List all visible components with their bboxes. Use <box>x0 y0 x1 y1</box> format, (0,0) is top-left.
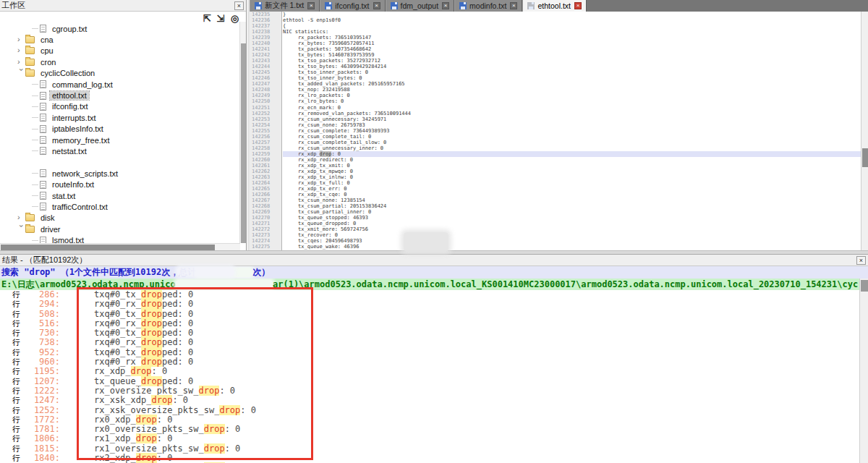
tree-guide-line <box>32 195 38 196</box>
tab-close-icon[interactable]: × <box>510 2 517 9</box>
tree-guide-line <box>32 140 38 140</box>
tree-vertical-scrollbar[interactable] <box>239 22 246 243</box>
tree-item-cna[interactable]: ›cna <box>0 34 239 45</box>
tree-item-network-scripts-txt[interactable]: network_scripts.txt <box>0 168 239 179</box>
folder-icon <box>25 69 35 77</box>
result-row[interactable]: 行1840:rx2_xdp_drop: 0 <box>0 454 859 463</box>
tab-close-icon[interactable]: × <box>442 2 449 9</box>
result-row[interactable]: 行1252:rx_xsk_oversize_pkts_sw_drop: 0 <box>0 406 859 415</box>
tab-label: fdm_output <box>401 1 439 10</box>
tree-item-lsmod-txt[interactable]: lsmod.txt <box>0 234 239 243</box>
tree-item-trafficcontrol-txt[interactable]: trafficControl.txt <box>0 201 239 212</box>
results-vertical-scrollbar[interactable] <box>859 279 868 463</box>
match-highlight: drop <box>136 433 157 443</box>
tree-horizontal-scrollbar[interactable] <box>0 243 240 250</box>
chevron-expanded-icon[interactable]: › <box>17 224 26 232</box>
editor-tab[interactable]: fdm_output× <box>386 0 455 12</box>
tree-guide-line <box>32 184 38 185</box>
line-number: 142251 <box>250 105 281 111</box>
result-row[interactable]: 行1195:rx_xdp_drop: 0 <box>0 367 859 376</box>
result-row[interactable]: 行516:rxq#0_rx_dropped: 0 <box>0 319 859 328</box>
match-highlight: drop <box>131 366 152 376</box>
code-line: tx_cqes: 204596498793 <box>283 238 861 244</box>
result-row[interactable]: 行1781:rx0_oversize_pkts_sw_drop: 0 <box>0 425 859 434</box>
tree-item-label: ethtool.txt <box>50 91 89 100</box>
tree-item-label: routeInfo.txt <box>50 180 96 189</box>
file-icon <box>40 25 46 33</box>
line-number: 142236 <box>250 17 281 23</box>
row-line-label: 行 <box>12 425 27 434</box>
line-number: 142238 <box>250 29 281 35</box>
line-number: 142252 <box>250 111 281 116</box>
tree-item-memory-free-txt[interactable]: memory_free.txt <box>0 135 239 145</box>
workspace-close-icon[interactable]: × <box>234 1 244 10</box>
result-row[interactable]: 行508:txq#0_tx_dropped: 0 <box>0 310 859 319</box>
tree-item-label: interrupts.txt <box>50 114 98 122</box>
scrollbar-thumb[interactable] <box>862 148 868 167</box>
tree-item-interrupts-txt[interactable]: interrupts.txt <box>0 112 239 123</box>
tree-item-iptablesinfo-txt[interactable]: iptablesInfo.txt <box>0 124 239 135</box>
result-row[interactable]: 行1247:rx_xsk_xdp_drop: 0 <box>0 396 859 405</box>
tree-item-driver[interactable]: ›driver <box>0 224 239 234</box>
result-row[interactable]: 行1207:tx_queue_dropped: 0 <box>0 377 859 386</box>
tree-item-ethtool-txt[interactable]: ethtool.txt <box>0 90 239 101</box>
scrollbar-thumb[interactable] <box>1 245 215 250</box>
tree-item-cron[interactable]: ›cron <box>0 56 239 67</box>
redaction-blur <box>176 280 273 289</box>
line-number: 142259 <box>250 151 281 157</box>
result-row[interactable]: 行1772:rx0_xdp_drop: 0 <box>0 415 859 425</box>
editor-tab[interactable]: ifconfig.txt× <box>320 0 385 12</box>
tree-item-routeinfo-txt[interactable]: routeInfo.txt <box>0 179 239 190</box>
chevron-collapsed-icon[interactable]: › <box>17 35 25 43</box>
chevron-collapsed-icon[interactable]: › <box>17 57 25 66</box>
result-row[interactable]: 行1222:rx_oversize_pkts_sw_drop: 0 <box>0 386 859 396</box>
tree-guide-line <box>32 173 38 174</box>
row-match-text: rxq#0_rx_dropped: 0 <box>94 319 193 328</box>
workspace-header: 工作区 × <box>0 0 246 12</box>
tab-close-icon[interactable]: × <box>574 2 582 9</box>
editor-tab[interactable]: ethtool.txt× <box>522 0 587 12</box>
line-number: 142246 <box>250 75 281 81</box>
tree-item-stat-txt[interactable]: stat.txt <box>0 190 239 201</box>
row-match-text: rxq#0_rx_dropped: 0 <box>94 300 193 309</box>
code-line: tx_csum_none: 12385154 <box>283 197 861 203</box>
result-row[interactable]: 行952:txq#0_tx_dropped: 0 <box>0 348 859 357</box>
results-header-label: 结果 - （匹配10192次） <box>2 255 87 266</box>
tree-item-ifconfig-txt[interactable]: ifconfig.txt <box>0 101 239 112</box>
result-row[interactable]: 行960:rxq#0_rx_dropped: 0 <box>0 357 859 367</box>
chevron-expanded-icon[interactable]: › <box>17 69 26 77</box>
result-row[interactable]: 行730:txq#0_tx_dropped: 0 <box>0 328 859 338</box>
row-line-label: 行 <box>12 310 27 319</box>
search-results-panel: 结果 - （匹配10192次） × 搜索 "drop" （1个文件中匹配到101… <box>0 255 868 463</box>
tree-item-cpu[interactable]: ›cpu <box>0 46 239 56</box>
result-row[interactable]: 行738:rxq#0_rx_dropped: 0 <box>0 338 859 347</box>
tree-guide-line <box>32 28 38 29</box>
code-line: tx_nop: 232419588 <box>283 87 861 93</box>
editor-tab[interactable]: 新文件 1.txt× <box>250 0 320 12</box>
search-summary-prefix: 搜索 "drop" （1个文件中匹配到10192次，总计 <box>1 266 196 279</box>
tree-item-command-log-txt[interactable]: command_log.txt <box>0 79 239 90</box>
tab-close-icon[interactable]: × <box>307 2 315 9</box>
result-row[interactable]: 行1815:rx1_oversize_pkts_sw_drop: 0 <box>0 444 859 454</box>
result-row[interactable]: 行294:rxq#0_rx_dropped: 0 <box>0 300 859 309</box>
editor-text-area[interactable]: }ethtool -S enp1s0f0{NIC statistics: rx_… <box>283 12 861 250</box>
tab-close-icon[interactable]: × <box>373 2 380 9</box>
tree-item-netstat-txt[interactable]: netstat.txt <box>0 145 239 156</box>
line-number: 142267 <box>250 197 281 203</box>
chevron-collapsed-icon[interactable]: › <box>17 213 25 221</box>
editor-tab[interactable]: modinfo.txt× <box>454 0 522 12</box>
result-row[interactable]: 行286:txq#0_tx_dropped: 0 <box>0 290 859 300</box>
scrollbar-thumb[interactable] <box>241 43 246 243</box>
tree-item-cycliccollection[interactable]: ›cyclicCollection <box>0 68 239 79</box>
editor-vertical-scrollbar[interactable] <box>861 12 868 250</box>
results-close-icon[interactable]: × <box>856 256 866 265</box>
line-number: 142272 <box>250 226 281 232</box>
result-file-path-row[interactable]: E:\日志\armod0523.odata.ncmp.unicom.loca a… <box>0 279 868 290</box>
tree-item-cgroup-txt[interactable]: cgroup.txt <box>0 23 239 34</box>
tree-item-disk[interactable]: ›disk <box>0 213 239 224</box>
line-number: 142248 <box>250 87 281 93</box>
scrollbar-thumb[interactable] <box>861 280 868 292</box>
chevron-collapsed-icon[interactable]: › <box>17 46 25 54</box>
result-row[interactable]: 行1806:rx1_xdp_drop: 0 <box>0 434 859 443</box>
row-match-text: rxq#0_rx_dropped: 0 <box>94 338 193 347</box>
